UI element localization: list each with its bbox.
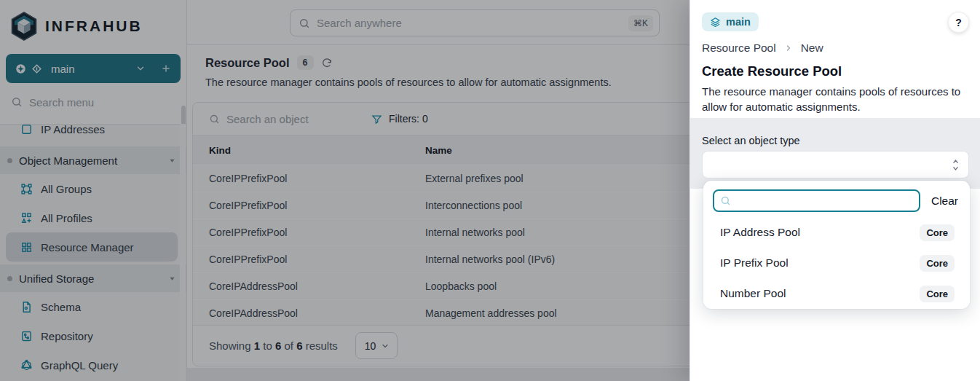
clear-button[interactable]: Clear (931, 195, 958, 208)
create-drawer: main ? Resource Pool New Create Resource… (689, 0, 980, 381)
form-section: Select an object type (690, 118, 980, 189)
help-label: ? (955, 17, 962, 28)
option-ip-prefix-pool[interactable]: IP Prefix Pool Core (713, 248, 960, 278)
option-number-pool[interactable]: Number Pool Core (713, 278, 960, 309)
drawer-description: The resource manager contains pools of r… (702, 85, 971, 114)
search-icon (720, 195, 731, 206)
help-button[interactable]: ? (948, 12, 969, 33)
app-root: INFRAHUB main IP Addresses Object Manage… (0, 0, 980, 381)
breadcrumb: Resource Pool New (702, 42, 968, 55)
option-label: Number Pool (720, 287, 786, 300)
breadcrumb-new: New (801, 42, 823, 55)
drawer-header: main ? Resource Pool New Create Resource… (690, 0, 980, 114)
object-type-select[interactable] (702, 151, 969, 178)
drawer-title: Create Resource Pool (702, 63, 968, 79)
namespace-badge: Core (920, 286, 955, 302)
breadcrumb-chevron-icon (784, 44, 793, 52)
drawer-branch-name: main (726, 16, 751, 28)
option-label: IP Address Pool (720, 226, 800, 239)
option-ip-address-pool[interactable]: IP Address Pool Core (713, 217, 960, 248)
layers-icon (710, 17, 721, 28)
namespace-badge: Core (920, 224, 955, 241)
breadcrumb-resource-pool[interactable]: Resource Pool (702, 42, 776, 55)
drawer-backdrop[interactable] (0, 0, 689, 381)
drawer-branch-badge[interactable]: main (702, 12, 759, 31)
dropdown-search[interactable] (713, 189, 920, 212)
namespace-badge: Core (920, 255, 955, 272)
object-type-dropdown: Clear IP Address Pool Core IP Prefix Poo… (703, 181, 970, 309)
object-type-label: Select an object type (702, 135, 800, 146)
select-carets-icon (951, 158, 960, 172)
dropdown-search-input[interactable] (735, 195, 913, 207)
dropdown-options: IP Address Pool Core IP Prefix Pool Core… (713, 217, 960, 309)
option-label: IP Prefix Pool (720, 256, 789, 270)
